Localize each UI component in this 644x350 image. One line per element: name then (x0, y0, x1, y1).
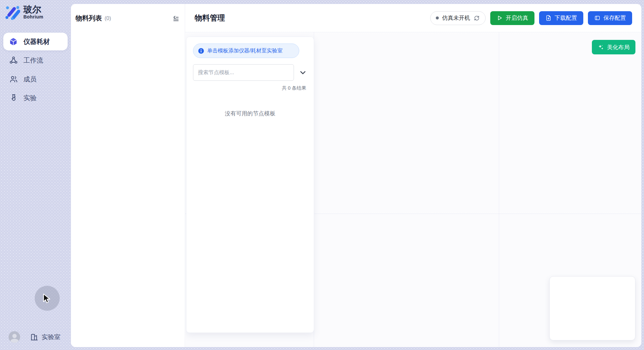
materials-list-panel: 物料列表 (0) (71, 4, 185, 347)
main-header: 物料管理 仿真未开机 (185, 4, 641, 32)
save-icon (594, 15, 600, 21)
empty-state-text: 没有可用的节点模板 (193, 110, 307, 117)
sidebar-item-label: 成员 (23, 75, 37, 84)
cube-icon (9, 37, 18, 46)
save-config-button[interactable]: 保存配置 (588, 11, 632, 25)
page-title: 物料管理 (195, 13, 225, 23)
brand-logo: 玻尔 Bohrium (0, 0, 71, 20)
brand-text: 玻尔 Bohrium (23, 5, 43, 19)
sidebar-nav: 仪器耗材 工作流 (0, 33, 71, 107)
refresh-icon (473, 15, 480, 21)
sidebar-item-instruments[interactable]: 仪器耗材 (3, 33, 68, 50)
app-root: 玻尔 Bohrium 仪器耗材 (0, 0, 644, 350)
brand-name-zh: 玻尔 (23, 5, 43, 14)
sidebar-item-label: 实验 (23, 94, 37, 102)
sidebar-item-label: 工作流 (23, 56, 43, 65)
lab-switcher[interactable]: 实验室 (30, 333, 60, 341)
download-config-button[interactable]: 下载配置 (539, 11, 583, 25)
sidebar-footer: 实验室 (0, 331, 71, 343)
materials-list-title: 物料列表 (76, 14, 102, 23)
template-search-row (193, 64, 307, 81)
beautify-layout-button[interactable]: 美化布局 (592, 40, 635, 54)
workflow-icon (9, 56, 18, 65)
search-input[interactable] (193, 64, 294, 81)
brand-name-en: Bohrium (23, 14, 43, 19)
sparkles-icon (598, 44, 604, 50)
sidebar-item-workflow[interactable]: 工作流 (3, 51, 68, 69)
expand-filters-button[interactable] (299, 68, 307, 77)
layout-canvas[interactable]: 单击模板添加仪器/耗材至实验室 共 0 条结果 没有可用的节点模板 (185, 32, 641, 347)
play-icon (497, 15, 503, 21)
node-template-panel: 单击模板添加仪器/耗材至实验室 共 0 条结果 没有可用的节点模板 (186, 37, 314, 333)
members-icon (9, 75, 18, 84)
info-icon (198, 48, 204, 54)
minimap-card[interactable] (549, 276, 635, 340)
chevron-down-icon (299, 68, 307, 77)
simulation-status-pill: 仿真未开机 (430, 11, 486, 25)
template-hint-text: 单击模板添加仪器/耗材至实验室 (207, 47, 282, 54)
building-icon (30, 333, 39, 341)
header-actions: 仿真未开机 (430, 11, 632, 25)
simulation-status-label: 仿真未开机 (442, 14, 470, 22)
main-area: 物料管理 仿真未开机 (185, 4, 641, 347)
outdent-icon (172, 15, 179, 22)
lab-label: 实验室 (42, 333, 60, 341)
download-config-label: 下载配置 (555, 14, 577, 22)
materials-list-count: (0) (105, 15, 111, 21)
user-avatar[interactable] (9, 331, 20, 343)
start-simulation-button[interactable]: 开启仿真 (490, 11, 534, 25)
sidebar-item-members[interactable]: 成员 (3, 70, 68, 88)
start-simulation-label: 开启仿真 (506, 14, 528, 22)
save-config-label: 保存配置 (603, 14, 626, 22)
collapse-panel-button[interactable] (172, 14, 180, 23)
content-window: 物料列表 (0) 物料管理 仿真 (71, 4, 641, 347)
beautify-layout-label: 美化布局 (607, 44, 629, 51)
refresh-status-button[interactable] (473, 15, 480, 21)
sidebar: 玻尔 Bohrium 仪器耗材 (0, 0, 71, 350)
template-hint-banner: 单击模板添加仪器/耗材至实验室 (193, 44, 299, 58)
canvas-gridline (499, 32, 499, 347)
status-dot-icon (436, 16, 439, 19)
sidebar-item-experiment[interactable]: 实验 (3, 89, 68, 107)
result-count: 共 0 条结果 (193, 85, 307, 91)
sidebar-item-label: 仪器耗材 (23, 37, 50, 46)
bohrium-logo-icon (4, 4, 20, 20)
experiment-icon (9, 94, 18, 102)
file-download-icon (545, 15, 552, 21)
